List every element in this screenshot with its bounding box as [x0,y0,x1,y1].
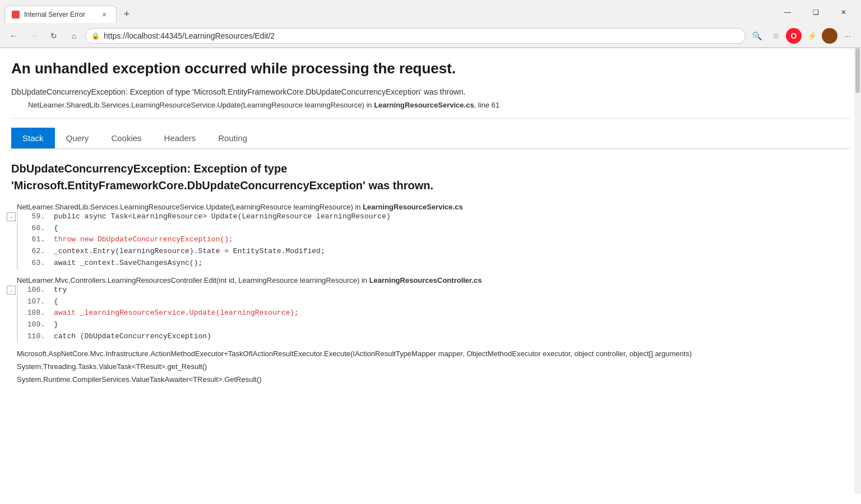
tab-headers[interactable]: Headers [153,128,207,148]
new-tab-button[interactable]: + [119,6,135,22]
lock-icon: 🔒 [91,32,100,40]
address-bar[interactable]: 🔒 https://localhost:44345/LearningResour… [85,28,746,44]
code-line-63: 63. await _context.SaveChangesAsync(); [18,258,850,269]
frame-1-source: NetLearner.SharedLib.Services.LearningRe… [11,203,850,211]
line-num-106: 106. [22,284,45,296]
line-code-60: { [54,223,58,235]
minimize-button[interactable]: — [775,3,800,21]
frame-1-collapse[interactable]: - [7,212,16,221]
frame-1-file: LearningResourceService.cs [363,203,462,211]
opera-icon[interactable]: O [786,28,802,44]
exception-heading-line2: 'Microsoft.EntityFrameworkCore.DbUpdateC… [11,179,433,192]
code-line-59: 59. public async Task<LearningResource> … [18,211,850,223]
additional-frame-2: System.Threading.Tasks.ValueTask<TResult… [11,362,850,371]
frame-2-collapse[interactable]: - [7,286,16,295]
favorite-icon[interactable]: ☆ [767,27,785,45]
search-icon[interactable]: 🔍 [748,27,766,45]
tab-stack[interactable]: Stack [11,128,55,148]
code-line-110: 110. catch (DbUpdateConcurrencyException… [18,331,850,343]
code-line-62: 62. _context.Entry(learningResource).Sta… [18,246,850,258]
tab-cookies[interactable]: Cookies [100,128,152,148]
scrollbar-thumb[interactable] [855,48,860,93]
nav-bar: ← → ↻ ⌂ 🔒 https://localhost:44345/Learni… [0,25,861,48]
stack-frame-2: NetLearner.Mvc.Controllers.LearningResou… [11,276,850,343]
frame-2-source: NetLearner.Mvc.Controllers.LearningResou… [11,276,850,284]
additional-frame-1: Microsoft.AspNetCore.Mvc.Infrastructure.… [11,349,850,358]
additional-frame-3: System.Runtime.CompilerServices.ValueTas… [11,375,850,384]
line-num-108: 108. [22,307,45,319]
frame-1-code: - 59. public async Task<LearningResource… [17,211,850,269]
code-line-107: 107. { [18,296,850,308]
code-line-109: 109. } [18,319,850,331]
line-num-63: 63. [22,258,45,269]
browser-chrome: Internal Server Error × + — ❑ ✕ ← → ↻ ⌂ … [0,0,861,48]
line-code-109: } [54,319,58,331]
maximize-button[interactable]: ❑ [803,3,828,21]
line-num-109: 109. [22,319,45,331]
line-code-106: try [54,284,67,296]
code-line-61: 61. throw new DbUpdateConcurrencyExcepti… [18,234,850,246]
line-num-60: 60. [22,223,45,235]
line-code-61: throw new DbUpdateConcurrencyException()… [54,234,233,246]
window-controls: — ❑ ✕ [775,3,857,25]
nav-icons: 🔍 ☆ O ⚡ ··· [748,27,857,45]
line-num-107: 107. [22,296,45,308]
divider-1 [11,118,850,119]
frame-2-file: LearningResourcesController.cs [369,276,482,284]
stack-frame-1: NetLearner.SharedLib.Services.LearningRe… [11,203,850,269]
tab-favicon [12,11,20,18]
line-num-61: 61. [22,234,45,246]
stack-source-brief: NetLearner.SharedLib.Services.LearningRe… [28,101,850,109]
code-line-60: 60. { [18,223,850,235]
line-code-59: public async Task<LearningResource> Upda… [54,211,391,223]
tab-query[interactable]: Query [55,128,100,148]
browser-tab[interactable]: Internal Server Error × [4,6,117,23]
stack-source-line: , line 61 [474,101,500,109]
home-button[interactable]: ⌂ [65,27,83,45]
tabs-bar: Stack Query Cookies Headers Routing [11,128,850,149]
scrollbar-track[interactable] [854,48,861,494]
line-code-108: await _learningResourceService.Update(le… [54,307,299,319]
more-menu-button[interactable]: ··· [839,27,857,45]
title-bar: Internal Server Error × + — ❑ ✕ [0,0,861,25]
exception-heading-line1: DbUpdateConcurrencyException: Exception … [11,162,287,175]
line-num-62: 62. [22,246,45,258]
line-num-110: 110. [22,331,45,343]
tab-close-button[interactable]: × [99,10,109,20]
line-code-110: catch (DbUpdateConcurrencyException) [54,331,211,343]
line-code-63: await _context.SaveChangesAsync(); [54,258,202,269]
collections-icon[interactable]: ⚡ [803,27,821,45]
tab-title: Internal Server Error [24,11,85,18]
refresh-button[interactable]: ↻ [45,27,63,45]
url-display: https://localhost:44345/LearningResource… [104,31,275,40]
frame-2-code: - 106. try 107. { 108. await _learningRe… [17,284,850,343]
page-content: An unhandled exception occurred while pr… [0,48,861,494]
profile-avatar[interactable] [822,28,837,44]
exception-heading: DbUpdateConcurrencyException: Exception … [11,160,850,194]
exception-type: DbUpdateConcurrencyException: Exception … [11,87,850,96]
line-code-107: { [54,296,58,308]
stack-source-file: LearningResourceService.cs [374,101,474,109]
forward-button[interactable]: → [25,27,43,45]
stack-source-text: NetLearner.SharedLib.Services.LearningRe… [28,101,372,109]
main-error-title: An unhandled exception occurred while pr… [11,59,850,78]
code-line-106: 106. try [18,284,850,296]
back-button[interactable]: ← [4,27,22,45]
close-button[interactable]: ✕ [831,3,857,21]
line-num-59: 59. [22,211,45,223]
tab-routing[interactable]: Routing [207,128,258,148]
code-line-108: 108. await _learningResourceService.Upda… [18,307,850,319]
line-code-62: _context.Entry(learningResource).State =… [54,246,325,258]
